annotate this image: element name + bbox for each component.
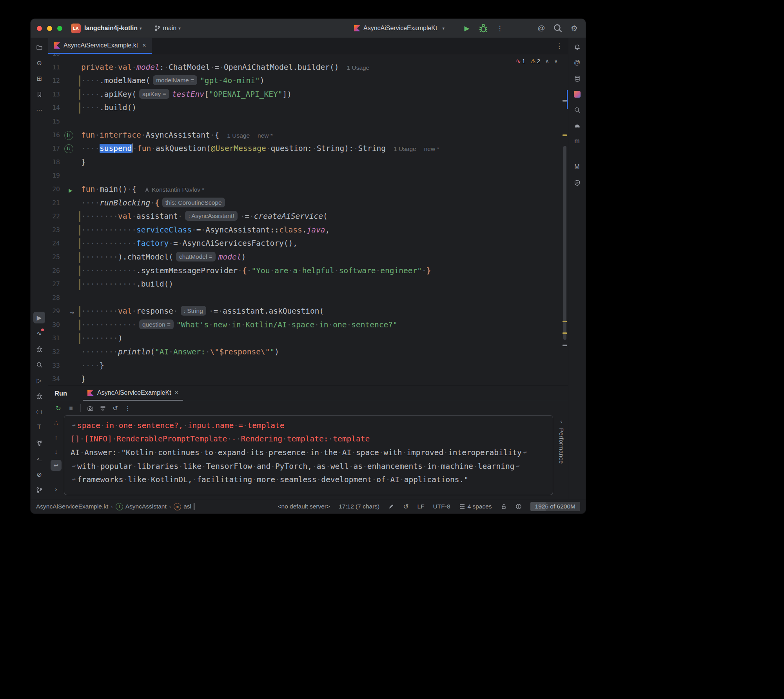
stripe-mark[interactable] (563, 321, 567, 322)
gutter[interactable] (60, 359, 76, 373)
notifications-bell-icon[interactable] (571, 41, 583, 53)
code-line-29[interactable]: 29⇝········val·response·: String·=·assis… (48, 305, 562, 318)
project-folder-icon[interactable] (33, 41, 45, 53)
minimize-window-button[interactable] (47, 26, 52, 31)
debug-icon[interactable] (33, 343, 45, 355)
more-actions-kebab-icon[interactable]: ⋮ (495, 23, 505, 33)
code-line-26[interactable]: 26············.systemMessageProvider·{·"… (48, 264, 562, 278)
line-number[interactable]: 31 (48, 332, 60, 345)
gutter[interactable] (60, 115, 76, 129)
editor-scrollbar[interactable] (563, 146, 566, 340)
run-tab[interactable]: AsyncAiServiceExampleKt × (83, 386, 183, 401)
console-output[interactable]: ↩space·in·one·sentence?,·input.name·=·te… (64, 415, 553, 495)
console-options-icon[interactable]: ∴ (51, 418, 62, 428)
line-number[interactable]: 20 (48, 183, 60, 196)
memory-indicator[interactable]: 1926 of 6200M (530, 502, 580, 511)
code-text[interactable]: ····} (76, 359, 562, 373)
performance-tab[interactable]: Performance (558, 428, 565, 464)
terminal-icon[interactable]: >_ (33, 453, 45, 465)
console-line[interactable]: ↩frameworks·like·KotlinDL,·facilitating·… (71, 473, 546, 487)
gutter[interactable] (60, 291, 76, 305)
code-line-13[interactable]: 13····.apiKey(apiKey =testEnv["OPENAI_AP… (48, 88, 562, 102)
code-line-14[interactable]: 14····.build() (48, 101, 562, 115)
project-name[interactable]: langchain4j-kotlin (84, 25, 138, 32)
letter-m-tool-icon[interactable]: M (571, 161, 583, 173)
gutter[interactable] (60, 264, 76, 278)
gutter[interactable] (60, 237, 76, 251)
structure-icon[interactable]: ⊞ (33, 73, 45, 84)
bookmarks-icon[interactable] (33, 88, 45, 100)
gutter[interactable] (60, 101, 76, 115)
problems-icon[interactable]: ⊘ (33, 468, 45, 480)
console-line[interactable]: ↩with·popular·libraries·like·TensorFlow·… (71, 459, 546, 473)
implemented-icon[interactable]: I↓ (64, 131, 73, 140)
collapse-icon[interactable]: ‹ (561, 418, 562, 424)
code-text[interactable]: } (76, 372, 562, 385)
settings-gear-icon[interactable]: ⚙ (569, 23, 579, 33)
search-everywhere-icon[interactable] (553, 23, 563, 33)
code-line-10[interactable]: 10 (48, 54, 562, 61)
stripe-mark[interactable] (563, 100, 567, 102)
code-text[interactable]: ········val·assistant·: AsyncAssistant!·… (76, 210, 562, 223)
usage-hint[interactable]: new * (424, 145, 439, 152)
line-number[interactable]: 14 (48, 101, 60, 115)
prev-problem-chevron-icon[interactable]: ∧ (545, 58, 549, 64)
highlighting-level-widget[interactable] (388, 503, 394, 510)
gutter[interactable] (60, 372, 76, 385)
line-number[interactable]: 30 (48, 318, 60, 332)
line-number[interactable]: 21 (48, 196, 60, 210)
editor-tab[interactable]: AsyncAiServiceExample.kt × (48, 38, 152, 54)
tab-options-kebab-icon[interactable]: ⋮ (550, 42, 568, 50)
gutter[interactable] (60, 54, 76, 61)
code-line-15[interactable]: 15 (48, 115, 562, 129)
line-number[interactable]: 13 (48, 88, 60, 102)
console-line[interactable]: []·[INFO]·RenderablePromptTemplate·-·Ren… (71, 432, 546, 446)
usage-hint[interactable]: 1 Usage (394, 145, 416, 152)
gutter[interactable]: ▶ (60, 183, 76, 196)
plugin-colorful-icon[interactable] (571, 88, 583, 100)
close-window-button[interactable] (37, 26, 42, 31)
restore-layout-icon[interactable]: ↺ (110, 403, 121, 414)
code-line-23[interactable]: 23············serviceClass·=·AsyncAssist… (48, 223, 562, 237)
close-tab-icon[interactable]: × (142, 42, 146, 49)
code-line-31[interactable]: 31········) (48, 332, 562, 345)
breadcrumb-item[interactable]: IAsyncAssistant (116, 503, 167, 510)
code-text[interactable]: ········).chatModel(chatModel =model) (76, 251, 562, 264)
code-text[interactable]: fun·interface·AsyncAssistant·{1 Usagenew… (76, 129, 562, 142)
project-badge[interactable]: LK (71, 24, 81, 33)
inspections-widget[interactable] (515, 503, 522, 510)
gutter[interactable] (60, 278, 76, 291)
code-line-12[interactable]: 12····.modelName(modelName ="gpt-4o-mini… (48, 74, 562, 88)
line-separator-widget[interactable]: LF (417, 503, 425, 510)
code-text[interactable]: ········println("AI·Answer:·\"$response\… (76, 345, 562, 359)
stripe-mark[interactable] (563, 134, 567, 136)
inlay-hint[interactable]: apiKey = (139, 89, 169, 99)
usage-hint[interactable]: new * (258, 132, 273, 139)
code-area[interactable]: 1011private·val·model:·ChatModel·=·OpenA… (48, 54, 562, 385)
branch-widget[interactable]: main ▾ (154, 25, 182, 32)
inlay-hint[interactable]: modelName = (153, 75, 197, 85)
code-text[interactable]: ············.systemMessageProvider·{·"Yo… (76, 264, 562, 278)
inlay-hint[interactable]: : AsyncAssistant! (185, 211, 237, 221)
reader-mode-widget[interactable]: ↺ (403, 503, 408, 511)
code-line-11[interactable]: 11private·val·model:·ChatModel·=·OpenAiC… (48, 61, 562, 74)
gutter[interactable] (60, 251, 76, 264)
ai-assistant-icon[interactable]: @ (571, 57, 583, 69)
breadcrumb-item[interactable]: AsyncAiServiceExample.kt (36, 503, 108, 510)
gutter[interactable] (60, 88, 76, 102)
console-line[interactable]: AI·Answer:·"Kotlin·continues·to·expand·i… (71, 446, 546, 459)
editor[interactable]: 1011private·val·model:·ChatModel·=·OpenA… (48, 54, 568, 385)
coverage-icon[interactable]: ∿ (33, 327, 45, 339)
code-line-34[interactable]: 34} (48, 372, 562, 385)
debug-button[interactable] (478, 23, 488, 33)
gradle-icon[interactable] (571, 120, 583, 131)
code-text[interactable]: ····runBlocking·{this: CoroutineScope (76, 196, 562, 210)
expand-console-icon[interactable]: › (51, 483, 62, 494)
inlay-hint[interactable]: this: CoroutineScope (162, 198, 225, 207)
line-number[interactable]: 26 (48, 264, 60, 278)
code-text[interactable]: ····.apiKey(apiKey =testEnv["OPENAI_API_… (76, 88, 562, 102)
code-text[interactable]: ····.build() (76, 101, 562, 115)
line-number[interactable]: 17 (48, 142, 60, 156)
code-line-18[interactable]: 18} (48, 156, 562, 169)
commit-icon[interactable]: ⊙ (33, 57, 45, 69)
